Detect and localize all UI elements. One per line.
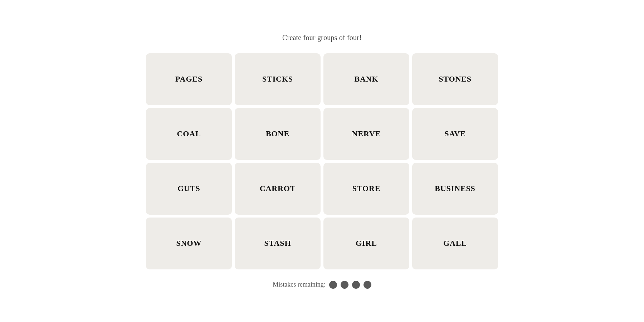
tile-label-coal: COAL (177, 129, 201, 138)
tile-label-girl: GIRL (356, 239, 377, 248)
mistake-dot-2 (341, 281, 348, 289)
tile-pages[interactable]: PAGES (146, 53, 232, 105)
tile-stash[interactable]: STASH (235, 218, 321, 269)
mistakes-row: Mistakes remaining: (273, 281, 371, 289)
tile-label-nerve: NERVE (352, 129, 381, 138)
tile-business[interactable]: BUSINESS (412, 163, 498, 215)
subtitle: Create four groups of four! (282, 34, 362, 42)
tile-label-pages: PAGES (175, 74, 203, 84)
tile-store[interactable]: STORE (323, 163, 409, 215)
tile-bank[interactable]: BANK (323, 53, 409, 105)
tile-nerve[interactable]: NERVE (323, 108, 409, 160)
tile-guts[interactable]: GUTS (146, 163, 232, 215)
tile-label-gall: GALL (443, 239, 467, 248)
tile-label-stash: STASH (264, 239, 291, 248)
tile-label-stones: STONES (439, 74, 472, 84)
mistake-dot-4 (364, 281, 371, 289)
tile-sticks[interactable]: STICKS (235, 53, 321, 105)
word-grid: PAGESSTICKSBANKSTONESCOALBONENERVESAVEGU… (146, 53, 498, 269)
mistake-dot-1 (329, 281, 337, 289)
tile-stones[interactable]: STONES (412, 53, 498, 105)
tile-label-guts: GUTS (177, 184, 200, 193)
tile-save[interactable]: SAVE (412, 108, 498, 160)
tile-girl[interactable]: GIRL (323, 218, 409, 269)
tile-label-bank: BANK (354, 74, 378, 84)
mistakes-label: Mistakes remaining: (273, 281, 325, 288)
tile-snow[interactable]: SNOW (146, 218, 232, 269)
tile-label-business: BUSINESS (435, 184, 475, 193)
tile-label-snow: SNOW (176, 239, 202, 248)
tile-label-carrot: CARROT (260, 184, 296, 193)
tile-gall[interactable]: GALL (412, 218, 498, 269)
tile-coal[interactable]: COAL (146, 108, 232, 160)
tile-label-sticks: STICKS (262, 74, 293, 84)
mistake-dot-3 (352, 281, 360, 289)
tile-bone[interactable]: BONE (235, 108, 321, 160)
tile-label-save: SAVE (444, 129, 465, 138)
tile-label-store: STORE (352, 184, 381, 193)
tile-carrot[interactable]: CARROT (235, 163, 321, 215)
tile-label-bone: BONE (266, 129, 289, 138)
